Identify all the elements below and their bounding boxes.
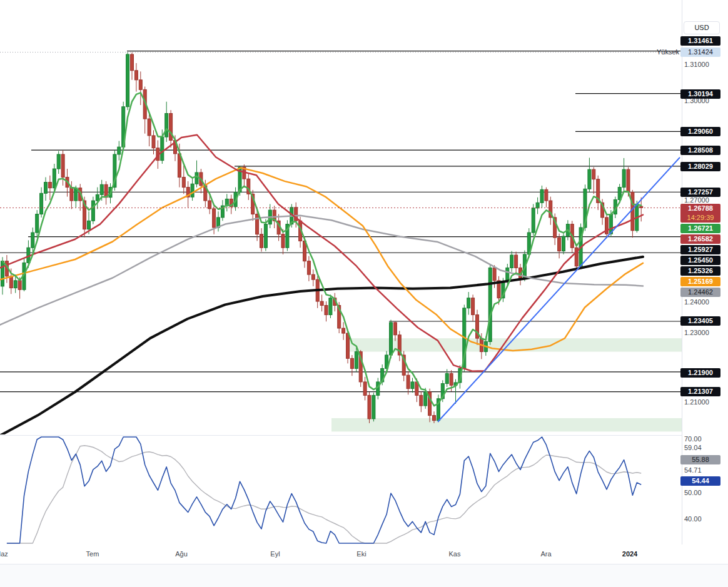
candle-down (307, 261, 310, 274)
time-axis-label: Tem (86, 550, 99, 558)
candle-up (31, 233, 34, 248)
candle-up (91, 201, 94, 221)
time-axis[interactable]: HazTemAğuEylEkiKasAra2024 (0, 544, 682, 564)
candle-up (96, 194, 99, 201)
time-axis-label: Eyl (270, 550, 280, 558)
candle-up (562, 236, 565, 251)
price-axis-label: 1.25169 (680, 277, 720, 286)
candle-down (558, 238, 561, 251)
candle-down (182, 177, 185, 187)
panel-separator[interactable] (0, 435, 682, 436)
candle-down (61, 154, 64, 178)
rsi-axis-label: 54.44 (680, 476, 720, 486)
rsi-axis-label: 70.00 (684, 434, 722, 444)
candle-down (433, 416, 436, 421)
price-chart-panel[interactable] (0, 0, 682, 434)
candle-down (213, 209, 216, 228)
candle-down (627, 169, 630, 193)
rsi-line (7, 437, 641, 543)
candle-up (411, 382, 414, 389)
candle-down (131, 54, 134, 71)
price-axis-label: 1.21900 (680, 368, 720, 378)
candle-down (148, 119, 151, 136)
time-axis-label: Eki (356, 550, 366, 558)
time-axis-label: Ağu (175, 550, 188, 558)
price-axis-label: 1.25927 (680, 245, 720, 254)
price-axis-label: 1.26721 (680, 224, 720, 233)
price-axis-label: 1.24000 (684, 298, 722, 307)
candle-up (588, 169, 591, 189)
candle-down (134, 71, 138, 80)
candle-down (311, 274, 315, 279)
candle-down (342, 328, 345, 333)
candle-down (631, 193, 634, 231)
candle-up (372, 395, 375, 419)
candle-down (545, 189, 548, 201)
candle-up (329, 298, 332, 315)
price-axis-label: 1.31424 (680, 48, 720, 57)
candle-down (9, 276, 13, 288)
candle-down (346, 333, 350, 358)
candle-down (281, 234, 285, 248)
candle-down (472, 298, 475, 315)
price-axis-label: 1.25326 (680, 266, 720, 276)
candle-down (325, 306, 328, 315)
trendline[interactable] (438, 158, 680, 422)
candle-up (424, 392, 427, 406)
price-axis-label: 1.24462 (680, 288, 720, 297)
rsi-signal-line (7, 446, 641, 543)
current-price-countdown: 14:29:39 (680, 213, 720, 222)
candle-up (532, 208, 535, 233)
rsi-axis-label: 40.00 (684, 514, 722, 524)
high-marker-label: Yüksek (657, 48, 679, 57)
price-axis-label: 1.23405 (680, 316, 720, 326)
candle-up (355, 352, 358, 369)
candle-down (450, 373, 453, 385)
currency-toggle-button[interactable]: USD (684, 21, 720, 34)
candle-up (622, 169, 625, 187)
support-zone (331, 418, 682, 431)
candle-down (256, 214, 259, 234)
candle-down (350, 358, 353, 368)
candle-down (407, 375, 410, 388)
candle-up (126, 54, 129, 107)
candle-down (493, 268, 496, 280)
candle-down (18, 281, 21, 289)
time-axis-label: Ara (540, 550, 551, 558)
candle-up (195, 173, 198, 184)
bottom-strip (0, 564, 728, 587)
price-axis-label: 1.31461 (680, 36, 720, 46)
candle-up (40, 193, 43, 214)
trading-chart[interactable]: USD 1.31461Yüksek1.314241.310001.301941.… (0, 0, 728, 587)
candle-up (161, 137, 164, 161)
rsi-axis-label: 54.71 (684, 466, 722, 475)
candle-up (53, 169, 56, 188)
candle-down (393, 323, 397, 335)
price-axis-label: 1.21307 (680, 387, 720, 396)
rsi-indicator-panel[interactable] (0, 436, 682, 544)
candle-down (48, 183, 51, 188)
time-axis-label: 2024 (622, 550, 637, 558)
candle-up (390, 323, 393, 355)
candle-up (467, 298, 470, 308)
candle-down (169, 113, 173, 140)
candle-up (100, 184, 103, 194)
rsi-axis-label: 50.00 (684, 488, 722, 498)
candle-up (191, 184, 194, 197)
candle-up (540, 189, 543, 203)
candle-up (536, 203, 539, 208)
candle-down (139, 80, 142, 90)
candle-up (88, 221, 91, 229)
time-axis-label: Haz (0, 550, 8, 558)
candle-up (377, 382, 380, 395)
candle-up (36, 214, 39, 233)
time-axis-label: Kas (449, 550, 461, 558)
price-axis-label: 1.26582 (680, 234, 720, 244)
candle-up (118, 147, 121, 154)
price-axis-label: 1.21000 (684, 398, 722, 407)
candle-down (420, 395, 423, 406)
current-price-value: 1.26788 (680, 204, 720, 213)
price-axis-label: 1.28029 (680, 162, 720, 171)
candle-up (264, 224, 267, 248)
price-axis-label: 1.29060 (680, 127, 720, 136)
